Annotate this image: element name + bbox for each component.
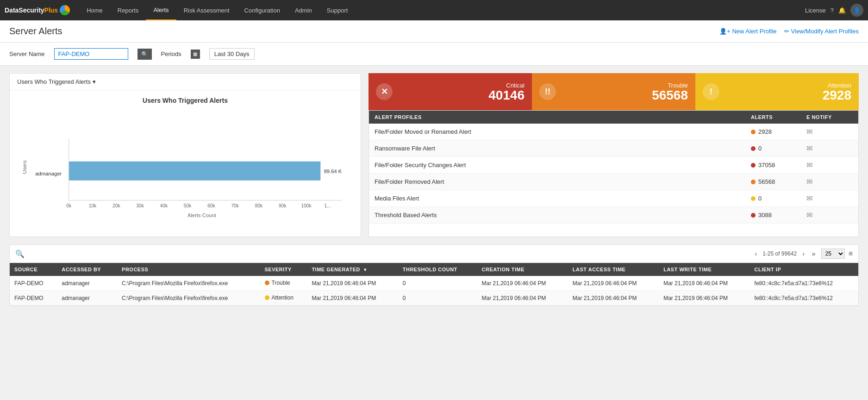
nav-avatar[interactable]: 👤	[850, 4, 863, 17]
nav-bell-icon[interactable]: 🔔	[838, 7, 846, 14]
nav-help[interactable]: ?	[831, 7, 834, 14]
filter-bar: Server Name 🔍 Periods ▦ Last 30 Days	[0, 43, 868, 66]
col-enotify: E NOTIFY	[806, 114, 853, 120]
svg-text:90k: 90k	[279, 203, 287, 208]
severity-dot-icon	[265, 281, 269, 285]
logo[interactable]: DataSecurityPlus	[5, 5, 70, 15]
col-accessed-by: ACCESSED BY	[57, 263, 117, 276]
email-icon[interactable]: ✉	[806, 177, 853, 186]
chart-bar	[69, 162, 321, 181]
chart-dropdown[interactable]: Users Who Triggered Alerts ▾	[17, 78, 96, 85]
alert-count: 2928	[751, 128, 806, 135]
col-process: PROCESS	[117, 263, 260, 276]
svg-text:50k: 50k	[184, 203, 192, 208]
svg-text:Alerts Count: Alerts Count	[187, 212, 217, 218]
nav-support[interactable]: Support	[319, 0, 356, 20]
page-header: Server Alerts 👤+ New Alert Profile ✏ Vie…	[0, 20, 868, 43]
server-name-input[interactable]	[54, 48, 128, 60]
server-name-label: Server Name	[9, 50, 45, 57]
nav-alerts[interactable]: Alerts	[146, 0, 176, 20]
svg-text:admanager: admanager	[35, 171, 62, 176]
severity-badge: Attention	[265, 294, 293, 301]
cell-last-access-time: Mar 21,2019 06:46:04 PM	[568, 276, 659, 291]
chart-dropdown-label: Users Who Triggered Alerts	[17, 78, 91, 85]
cell-creation-time: Mar 21,2019 06:46:04 PM	[477, 276, 568, 291]
nav-right: License ? 🔔 👤	[805, 4, 863, 17]
col-time-generated[interactable]: TIME GENERATED ▾	[307, 263, 398, 276]
attention-info: Attention 2928	[823, 82, 851, 102]
chart-panel: Users Who Triggered Alerts ▾ Users Who T…	[9, 73, 361, 237]
column-settings-icon[interactable]: ≡	[849, 250, 853, 258]
cell-last-write-time: Mar 21,2019 06:46:04 PM	[659, 291, 749, 306]
nav-home[interactable]: Home	[79, 0, 110, 20]
col-last-write-time: LAST WRITE TIME	[659, 263, 749, 276]
col-last-access-time: LAST ACCESS TIME	[568, 263, 659, 276]
severity-cards: ✕ Critical 40146 !! Trouble 56568 !	[368, 73, 859, 110]
nav-configuration[interactable]: Configuration	[237, 0, 287, 20]
dot-icon	[751, 213, 756, 218]
trouble-count: 56568	[652, 89, 688, 102]
next-page-button[interactable]: ›	[800, 249, 806, 258]
data-table-section: 🔍 ‹ 1-25 of 99642 › » 25 50 100 ≡ SOURCE…	[9, 244, 859, 306]
alert-profiles-panel: ALERT PROFILES ALERTS E NOTIFY File/Fold…	[368, 110, 859, 237]
nav-license[interactable]: License	[805, 7, 826, 14]
dot-icon	[751, 130, 756, 134]
email-icon[interactable]: ✉	[806, 161, 853, 169]
cell-last-write-time: Mar 21,2019 06:46:04 PM	[659, 276, 749, 291]
col-threshold-count: THRESHOLD COUNT	[398, 263, 477, 276]
critical-info: Critical 40146	[488, 82, 525, 102]
per-page-select[interactable]: 25 50 100	[821, 249, 845, 259]
col-source: SOURCE	[10, 263, 57, 276]
data-table: SOURCE ACCESSED BY PROCESS SEVERITY TIME…	[10, 263, 858, 306]
toolbar-left: 🔍	[15, 250, 25, 258]
critical-count: 40146	[488, 89, 525, 102]
cell-time-generated: Mar 21,2019 06:46:04 PM	[307, 276, 398, 291]
cell-last-access-time: Mar 21,2019 06:46:04 PM	[568, 291, 659, 306]
col-severity: SEVERITY	[260, 263, 307, 276]
alert-count: 0	[751, 145, 806, 152]
table-search-icon[interactable]: 🔍	[15, 250, 25, 258]
view-modify-alert-profiles-button[interactable]: ✏ View/Modify Alert Profiles	[784, 28, 859, 35]
col-alerts: ALERTS	[751, 114, 806, 120]
alert-profile-row: File/Folder Security Changes Alert 37058…	[369, 157, 858, 174]
critical-card[interactable]: ✕ Critical 40146	[368, 73, 532, 110]
attention-card[interactable]: ! Attention 2928	[695, 73, 859, 110]
email-icon[interactable]: ✉	[806, 144, 853, 153]
profile-name: Threshold Based Alerts	[375, 212, 751, 219]
profile-name: File/Folder Moved or Renamed Alert	[375, 128, 751, 135]
cell-accessed-by: admanager	[57, 276, 117, 291]
alert-count: 0	[751, 195, 806, 202]
svg-text:100k: 100k	[301, 203, 312, 208]
top-navigation: DataSecurityPlus Home Reports Alerts Ris…	[0, 0, 868, 20]
chart-area: Users admanager 99.64 K 0k 10k 20k 30k	[10, 107, 361, 237]
svg-text:99.64 K: 99.64 K	[324, 169, 342, 174]
profile-name: Ransomware File Alert	[375, 145, 751, 152]
cell-source: FAP-DEMO	[10, 291, 57, 306]
profile-name: File/Folder Removed Alert	[375, 178, 751, 185]
cell-severity: Trouble	[260, 276, 307, 291]
alert-profiles-header: ALERT PROFILES ALERTS E NOTIFY	[369, 111, 858, 124]
critical-icon: ✕	[376, 83, 393, 100]
server-search-button[interactable]: 🔍	[137, 49, 152, 60]
nav-risk-assessment[interactable]: Risk Assessment	[176, 0, 237, 20]
cell-threshold-count: 0	[398, 276, 477, 291]
dot-icon	[751, 146, 756, 151]
nav-admin[interactable]: Admin	[287, 0, 319, 20]
email-icon[interactable]: ✉	[806, 127, 853, 136]
last-page-button[interactable]: »	[810, 249, 818, 258]
period-icon[interactable]: ▦	[191, 50, 200, 59]
severity-dot-icon	[265, 295, 269, 300]
prev-page-button[interactable]: ‹	[753, 249, 759, 258]
nav-reports[interactable]: Reports	[110, 0, 146, 20]
svg-text:10k: 10k	[89, 203, 97, 208]
trouble-card[interactable]: !! Trouble 56568	[532, 73, 695, 110]
email-icon[interactable]: ✉	[806, 194, 853, 203]
logo-icon	[60, 5, 70, 15]
new-alert-profile-button[interactable]: 👤+ New Alert Profile	[719, 28, 777, 35]
attention-count: 2928	[823, 89, 851, 102]
email-icon[interactable]: ✉	[806, 211, 853, 219]
table-row: FAP-DEMO admanager C:\Program Files\Mozi…	[10, 291, 858, 306]
alert-count: 37058	[751, 162, 806, 169]
alert-profile-row: File/Folder Moved or Renamed Alert 2928 …	[369, 124, 858, 140]
chart-header: Users Who Triggered Alerts ▾	[10, 74, 361, 90]
